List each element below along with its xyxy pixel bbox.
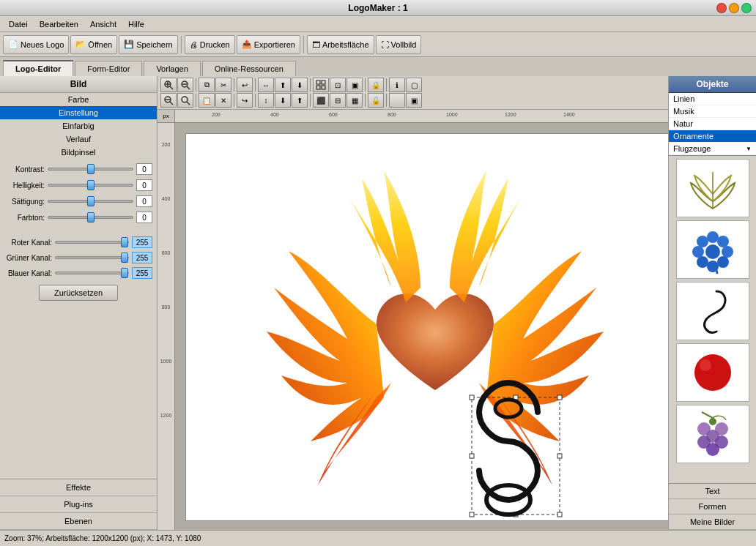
ct-sep-12 — [386, 94, 387, 107]
lock-button[interactable]: 🔒 — [368, 78, 384, 92]
plugins-item[interactable]: Plug-ins — [0, 496, 157, 513]
bildpinsel-section[interactable]: Bildpinsel — [0, 146, 157, 159]
tab-logo-editor[interactable]: Logo-Editor — [3, 60, 73, 76]
einfarbig-section[interactable]: Einfarbig — [0, 119, 157, 132]
menu-hilfe[interactable]: Hilfe — [122, 18, 150, 30]
zoom-in-button[interactable] — [160, 78, 177, 92]
fullscreen-button[interactable]: ⛶ Vollbild — [376, 35, 422, 54]
align-bottom-button[interactable]: ⬇ — [275, 93, 291, 108]
ruler-v-800: 800 — [158, 304, 174, 310]
save-button[interactable]: 💾 Speichern — [119, 35, 178, 54]
kontrast-slider[interactable] — [48, 168, 133, 171]
list-item-ornamente[interactable]: Ornamente — [669, 130, 756, 143]
export-button[interactable]: 📤 Exportieren — [237, 35, 300, 54]
saettigung-slider[interactable] — [48, 200, 133, 203]
tab-vorlagen[interactable]: Vorlagen — [144, 61, 200, 76]
svg-line-5 — [187, 86, 190, 89]
align-center-button[interactable]: ⊡ — [330, 78, 346, 92]
svg-point-28 — [705, 244, 720, 259]
blauer-kanal-row: Blauer Kanal: 255 — [4, 267, 152, 279]
reset-button[interactable]: Zurücksetzen — [39, 285, 118, 301]
menu-ansicht[interactable]: Ansicht — [84, 18, 122, 30]
thumb-3[interactable] — [676, 282, 749, 340]
menu-bearbeiten[interactable]: Bearbeiten — [34, 18, 84, 30]
farbton-slider[interactable] — [48, 216, 133, 219]
list-item-natur[interactable]: Natur — [669, 118, 756, 130]
open-button[interactable]: 📂 Öffnen — [70, 35, 117, 54]
redo-button[interactable]: ↪ — [237, 93, 253, 108]
einstellung-section[interactable]: Einstellung — [0, 106, 157, 119]
settings-area: Kontrast: 0 Helligkeit: 0 Sättigung: 0 — [0, 159, 157, 479]
farbton-row: Farbton: 0 — [4, 212, 152, 223]
window-controls[interactable] — [716, 3, 752, 13]
tab-online-ressourcen[interactable]: Online-Ressourcen — [202, 61, 296, 76]
kontrast-label: Kontrast: — [4, 165, 45, 173]
align-right-button[interactable]: ▦ — [346, 93, 363, 108]
objects-list-wrapper: Linien Musik Natur Ornamente Flugzeuge ▼ — [669, 93, 756, 156]
effekte-item[interactable]: Effekte — [0, 479, 157, 496]
thumb-4[interactable] — [676, 343, 749, 402]
list-item-linien[interactable]: Linien — [669, 93, 756, 105]
blank-btn — [389, 93, 405, 108]
save-icon: 💾 — [124, 40, 134, 49]
unlock-button[interactable]: 🔓 — [368, 93, 384, 108]
formen-footer-item[interactable]: Formen — [669, 499, 756, 515]
svg-rect-7 — [316, 81, 320, 84]
roter-kanal-slider[interactable] — [55, 241, 129, 244]
undo-button[interactable]: ↩ — [237, 78, 253, 92]
verlauf-section[interactable]: Verlauf — [0, 132, 157, 146]
saettigung-label: Sättigung: — [4, 198, 45, 206]
canvas-drawing-area[interactable] — [175, 123, 668, 530]
align-top-button[interactable]: ⬆ — [275, 78, 291, 92]
new-icon: 📄 — [8, 40, 18, 49]
frame-button[interactable]: ▢ — [406, 78, 422, 92]
tab-form-editor[interactable]: Form-Editor — [75, 61, 142, 76]
close-button[interactable] — [716, 3, 727, 13]
svg-rect-18 — [557, 395, 562, 400]
new-logo-button[interactable]: 📄 Neues Logo — [3, 35, 69, 54]
menu-datei[interactable]: Datei — [3, 18, 34, 30]
maximize-button[interactable] — [741, 3, 752, 13]
thumb-5[interactable] — [676, 405, 749, 463]
group-button[interactable] — [313, 78, 329, 92]
gruener-kanal-slider[interactable] — [55, 256, 129, 259]
frame2-button[interactable]: ▣ — [406, 93, 422, 108]
distribute-button[interactable]: ⬆ — [292, 93, 308, 108]
print-button[interactable]: 🖨 Drucken — [185, 35, 235, 54]
ungroup-button[interactable]: ⬛ — [313, 93, 329, 108]
workspace-icon: 🗔 — [312, 40, 320, 49]
delete-button[interactable]: ✕ — [215, 93, 231, 108]
list-item-musik[interactable]: Musik — [669, 105, 756, 118]
zoom-out-button[interactable] — [160, 93, 177, 108]
cut-button[interactable]: ✂ — [215, 78, 231, 92]
print-icon: 🖨 — [190, 40, 198, 49]
align-vcenter-button[interactable]: ▣ — [346, 78, 363, 92]
paste-button[interactable]: 📋 — [199, 93, 215, 108]
menubar: Datei Bearbeiten Ansicht Hilfe — [0, 16, 756, 32]
zoom-100-button[interactable] — [177, 93, 193, 108]
fit-height-button[interactable]: ↕ — [258, 93, 274, 108]
text-footer-item[interactable]: Text — [669, 484, 756, 499]
thumb-2[interactable] — [676, 220, 749, 279]
align-mid-button[interactable]: ⬇ — [292, 78, 308, 92]
copy-button[interactable]: ⧉ — [199, 78, 215, 92]
farbe-section[interactable]: Farbe — [0, 93, 157, 106]
zoom-fit-button[interactable] — [177, 78, 193, 92]
canvas-white[interactable] — [185, 133, 668, 521]
rp-footer: Text Formen Meine Bilder — [669, 483, 756, 530]
list-item-flugzeuge[interactable]: Flugzeuge ▼ — [669, 143, 756, 155]
info-button[interactable]: ℹ — [389, 78, 405, 92]
thumb-1[interactable] — [676, 159, 749, 217]
logo-svg[interactable] — [186, 134, 668, 522]
meine-bilder-footer-item[interactable]: Meine Bilder — [669, 515, 756, 530]
align-left-button[interactable]: ⊟ — [330, 93, 346, 108]
blauer-kanal-slider[interactable] — [55, 272, 129, 274]
ruler-h-1400: 1400 — [563, 112, 575, 117]
fit-width-button[interactable]: ↔ — [258, 78, 274, 92]
helligkeit-slider[interactable] — [48, 184, 133, 187]
minimize-button[interactable] — [729, 3, 739, 13]
workspace-button[interactable]: 🗔 Arbeitsfläche — [307, 35, 374, 54]
ruler-v-400: 400 — [158, 196, 174, 201]
status-text: Zoom: 37%; Arbeitsfläche: 1200x1200 (px)… — [4, 534, 201, 542]
ebenen-item[interactable]: Ebenen — [0, 513, 157, 530]
